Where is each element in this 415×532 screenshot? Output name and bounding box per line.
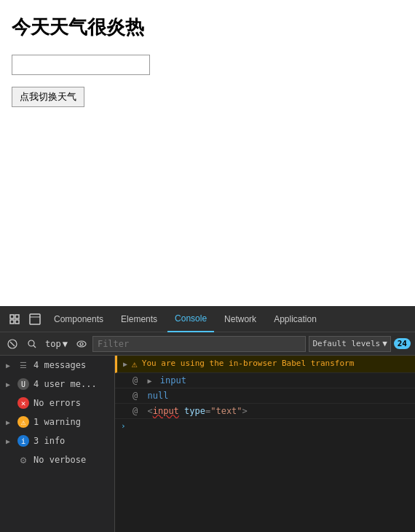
- sidebar-verbose-label: No verbose: [33, 455, 86, 465]
- sidebar-warnings-label: 1 warning: [33, 417, 81, 427]
- svg-line-7: [10, 342, 15, 346]
- tab-application[interactable]: Application: [266, 306, 324, 332]
- null-value: null: [147, 391, 168, 401]
- tab-elements[interactable]: Elements: [114, 306, 165, 332]
- sidebar-item-user[interactable]: ▶ U 4 user me...: [0, 375, 114, 394]
- arrow-icon: ▶: [6, 361, 13, 369]
- warning-icon: ⚠: [17, 416, 29, 428]
- tag-open: <: [147, 406, 152, 416]
- input-label: input: [160, 375, 186, 386]
- default-levels-dropdown[interactable]: Default levels ▼: [309, 336, 390, 352]
- console-chevron[interactable]: ›: [115, 419, 415, 433]
- log-item-input-tag: @ <input type="text">: [115, 404, 415, 419]
- dock-icon[interactable]: [26, 310, 44, 328]
- expand-arrow-icon[interactable]: ▶: [123, 360, 127, 368]
- user-icon: U: [17, 378, 29, 390]
- list-icon: ☰: [17, 359, 29, 371]
- svg-rect-3: [15, 320, 19, 324]
- dropdown-arrow-icon: ▼: [63, 339, 68, 349]
- svg-rect-4: [30, 314, 40, 324]
- devtools-panel: Components Elements Console Network Appl…: [0, 306, 415, 532]
- verbose-icon: ⚙: [17, 454, 29, 466]
- console-content: ▶ ☰ 4 messages ▶ U 4 user me... ▶ ✕ No e…: [0, 356, 415, 532]
- filter-icon[interactable]: [23, 336, 39, 352]
- svg-rect-0: [10, 315, 14, 318]
- log-item-input: @ ▶ input: [115, 373, 415, 388]
- attr-name: type: [184, 406, 205, 416]
- svg-rect-2: [15, 315, 19, 318]
- text-input[interactable]: [12, 55, 150, 75]
- filter-input[interactable]: [92, 336, 306, 352]
- console-sidebar: ▶ ☰ 4 messages ▶ U 4 user me... ▶ ✕ No e…: [0, 356, 115, 532]
- top-selector[interactable]: top ▼: [42, 337, 71, 351]
- arrow-icon: ▶: [6, 437, 13, 445]
- at-sign: @: [133, 391, 138, 401]
- error-icon: ✕: [17, 397, 29, 409]
- devtools-topbar: Components Elements Console Network Appl…: [0, 306, 415, 332]
- attr-val: "text": [210, 406, 242, 416]
- sidebar-messages-label: 4 messages: [33, 360, 86, 370]
- sidebar-item-warnings[interactable]: ▶ ⚠ 1 warning: [0, 412, 114, 431]
- sidebar-item-messages[interactable]: ▶ ☰ 4 messages: [0, 356, 114, 375]
- eye-icon[interactable]: [74, 336, 90, 352]
- toggle-button[interactable]: 点我切换天气: [12, 87, 84, 107]
- warning-triangle-icon: ⚠: [132, 359, 138, 369]
- log-entry-warning: ▶ ⚠ You are using the in-browser Babel t…: [115, 356, 415, 373]
- inspect-icon[interactable]: [6, 310, 23, 328]
- sidebar-item-errors[interactable]: ▶ ✕ No errors: [0, 394, 114, 412]
- info-icon: i: [17, 435, 29, 447]
- sidebar-info-label: 3 info: [33, 436, 65, 446]
- tag-close: >: [242, 406, 248, 416]
- page-heading: 今天天气很炎热: [12, 15, 403, 40]
- log-item-null: @ null: [115, 388, 415, 404]
- tab-components[interactable]: Components: [47, 306, 111, 332]
- clear-console-icon[interactable]: [4, 336, 20, 352]
- console-toolbar: top ▼ Default levels ▼ 24: [0, 332, 415, 356]
- console-log[interactable]: ▶ ⚠ You are using the in-browser Babel t…: [115, 356, 415, 532]
- arrow-icon: ▶: [6, 380, 13, 388]
- at-sign: @: [133, 406, 138, 416]
- warning-text: You are using the in-browser Babel trans…: [142, 359, 354, 368]
- svg-point-11: [80, 343, 83, 345]
- svg-rect-1: [10, 320, 14, 324]
- svg-point-8: [28, 340, 34, 346]
- sidebar-errors-label: No errors: [33, 398, 81, 408]
- levels-dropdown-icon: ▼: [382, 339, 387, 348]
- tag-name: input: [153, 406, 179, 416]
- tab-console[interactable]: Console: [167, 306, 214, 332]
- expand-icon[interactable]: ▶: [147, 377, 151, 385]
- at-sign: @: [133, 375, 138, 386]
- arrow-icon: ▶: [6, 418, 13, 426]
- svg-point-10: [77, 341, 86, 347]
- tag-space: [179, 406, 184, 416]
- sidebar-user-label: 4 user me...: [33, 379, 97, 389]
- tab-network[interactable]: Network: [217, 306, 264, 332]
- main-content: 今天天气很炎热 点我切换天气: [0, 0, 415, 306]
- message-count-badge: 24: [394, 338, 411, 349]
- sidebar-item-info[interactable]: ▶ i 3 info: [0, 431, 114, 450]
- sidebar-item-verbose[interactable]: ▶ ⚙ No verbose: [0, 450, 114, 469]
- svg-line-9: [33, 345, 36, 348]
